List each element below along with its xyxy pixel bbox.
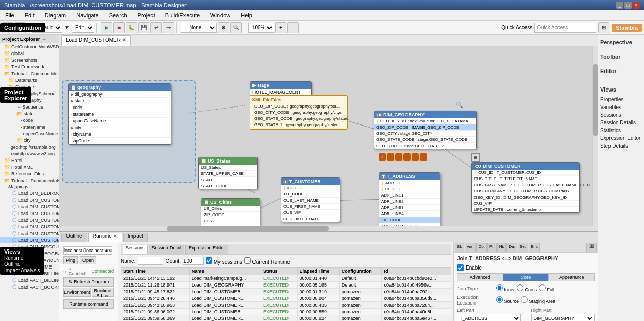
tab-appearance[interactable]: Appearance <box>549 274 594 281</box>
tree-item-load-billing[interactable]: ⬡Load FACT_BILLING <box>0 270 59 277</box>
menu-navigate[interactable]: Navigate <box>73 11 101 20</box>
tree-item-statename[interactable]: ·stateName <box>0 123 59 130</box>
quick-access-input[interactable] <box>534 23 596 33</box>
toolbar-layout[interactable]: ⊞ <box>598 22 609 33</box>
canvas-icon-1[interactable]: ! <box>379 153 386 160</box>
stage-node[interactable]: ▶ stage HOTEL_MANAGEMENT <box>250 81 312 96</box>
left-part-select[interactable]: T_ADDRESS <box>457 314 521 321</box>
canvas-scrollbar-v[interactable] <box>592 46 598 226</box>
tree-item-load-bedroom[interactable]: ⬡Load DIM_BEDROOM <box>0 190 59 197</box>
tab-em[interactable]: Em. <box>529 243 540 252</box>
source-radio-label[interactable]: Source <box>496 296 519 304</box>
tree-item-code[interactable]: ·code <box>0 117 59 123</box>
canvas-icon-5[interactable] <box>412 153 419 160</box>
editor-tab-dimcustomer[interactable]: Load DIM_CUSTOMER ✕ <box>61 35 131 46</box>
menu-window[interactable]: Window <box>207 11 233 20</box>
bottom-tab-impact[interactable]: Impact <box>123 233 148 242</box>
full-radio[interactable] <box>539 284 546 291</box>
session-row-3[interactable]: 2015/01/21 09:42:28.446Load DIM_CUSTOMER… <box>121 295 451 302</box>
geography-node[interactable]: 📋 geography ▶ dil_geography ▶ state · co… <box>68 83 171 145</box>
tree-item-load-cusvip-21[interactable]: ⬡Load DIM_CUSTOMER.CUS_VIP - method 2.1 <box>0 210 59 217</box>
menu-edit[interactable]: Edit <box>22 11 38 20</box>
tab-pr[interactable]: Pr. <box>487 243 497 252</box>
search-icon-canvas[interactable]: 🔍 <box>456 102 463 109</box>
tree-item-sequence[interactable]: ↔Sequence <box>0 103 59 110</box>
refresh-button[interactable]: ↻ Refresh Diagram <box>63 277 114 287</box>
tree-item-load-booking[interactable]: ⬡Load FACT_BOOKING <box>0 283 59 290</box>
tab-expand[interactable]: ⊞ <box>586 243 597 252</box>
canvas-icon-4[interactable] <box>403 153 411 160</box>
inner-radio[interactable] <box>496 284 503 291</box>
tab-st[interactable]: St. <box>455 243 464 252</box>
view-sessions[interactable]: Sessions <box>600 111 642 119</box>
tree-item-load-dimcustomer[interactable]: ⬡Load DIM_CUSTOMER <box>0 237 59 243</box>
tree-item-load-payment[interactable]: ⬡Load DIM_PAYMENT_TYPE <box>0 257 59 263</box>
canvas-scrollbar-h[interactable] <box>59 226 598 231</box>
toolbar-zoom-out[interactable]: - <box>287 22 299 33</box>
session-row-1[interactable]: 2015/01/21 11:26:18.971Load DIM_GEOGRAPH… <box>121 282 451 289</box>
toolbar-zoom-select[interactable]: 100% <box>248 23 274 33</box>
toolbar-zoom-in[interactable]: + <box>275 22 286 33</box>
runtime-server-input[interactable] <box>63 246 112 255</box>
tree-item-uppercasename[interactable]: ·upperCaseName <box>0 130 59 137</box>
tree-item-datamarts[interactable]: 📁Datamarts <box>0 77 59 83</box>
grid-icon-canvas[interactable]: ⊞ <box>471 153 480 162</box>
toolbar-none-select[interactable]: -- None -- <box>181 23 217 33</box>
tree-item-load-cusvip-22[interactable]: ⬡Load DIM_CUSTOMER.CUS_VIP - method 2.2 <box>0 217 59 223</box>
source-radio[interactable] <box>496 296 503 303</box>
tree-item-load-cusvip-4[interactable]: ⬡Load DIM_CUSTOMER.CUS_VIP - method 4 (f… <box>0 230 59 237</box>
tab-co[interactable]: Co. <box>476 243 486 252</box>
tab-core[interactable]: Core <box>503 274 549 281</box>
enable-checkbox[interactable] <box>457 264 464 271</box>
xml-node[interactable]: XML FileFiles GEO_ZIP_CODE : geography:g… <box>250 95 348 130</box>
tree-item-load-discount[interactable]: ⬡Load DIM_DISCOUNT <box>0 243 59 250</box>
runtime-editor-button[interactable]: Runtime Editor <box>92 288 114 297</box>
menu-help[interactable]: Help <box>238 11 256 20</box>
dim-customer-node[interactable]: CU DIM_CUSTOMER ⚷ CUS_ID : T_CUSTOMER.CU… <box>471 162 580 213</box>
maximize-button[interactable]: □ <box>624 2 632 9</box>
session-row-2[interactable]: 2015/01/21 09:45:17.822Load DIM_CUSTOMER… <box>121 289 451 295</box>
view-session-details[interactable]: Session Details <box>600 119 642 127</box>
toolbar-debug[interactable]: 🐛 <box>126 22 137 33</box>
inner-radio-label[interactable]: Inner <box>496 284 515 292</box>
toolbar-redo[interactable]: ↪ <box>163 22 174 33</box>
full-radio-label[interactable]: Full <box>539 284 554 292</box>
tree-item-load-billing-opt[interactable]: ⬡Load FACT_BILLING - optimized (for trai… <box>0 277 59 283</box>
menu-build[interactable]: Build/Execute <box>162 11 203 20</box>
menu-diagram[interactable]: Diagram <box>42 11 70 20</box>
tab-sessions[interactable]: Sessions <box>123 245 148 254</box>
current-runtime-checkbox[interactable] <box>244 257 251 264</box>
right-part-select[interactable]: DIM_GEOGRAPHY <box>531 314 595 321</box>
tree-item-hotel-xml[interactable]: 📁Hotel XML <box>0 164 59 170</box>
ping-button[interactable]: Ping <box>63 256 78 264</box>
tree-item-geocoder[interactable]: 📁Geocoder <box>0 83 59 90</box>
cross-radio[interactable] <box>517 284 523 291</box>
window-controls[interactable]: _ □ × <box>616 2 640 9</box>
close-button[interactable]: × <box>633 2 640 9</box>
toolbar-forward[interactable]: ▷ <box>14 22 26 33</box>
view-step-details[interactable]: Step Details <box>600 142 642 150</box>
tab-advanced[interactable]: Advanced <box>457 274 503 281</box>
session-row-4[interactable]: 2015/01/21 09:42:10.953Load DIM_CUSTOMER… <box>121 302 451 309</box>
toolbar-default-select[interactable]: Default <box>32 23 62 33</box>
us-states-node[interactable]: 📋 US_States US_States STATE_UPPER_CASE S… <box>198 157 258 189</box>
count-input[interactable] <box>183 257 204 265</box>
tree-item-load-geography[interactable]: ⬡Load DIM_GEOGRAPHY <box>0 250 59 257</box>
canvas-area[interactable]: 📋 geography ▶ dil_geography ▶ state · co… <box>59 46 598 231</box>
session-row-6[interactable]: 2015/01/21 09:39:58.369Load DIM_CUSTOMER… <box>121 315 451 322</box>
tree-item-screenshots[interactable]: 📁Screenshots <box>0 57 59 63</box>
tab-expression-editor[interactable]: Expression Editor <box>185 245 228 254</box>
tab-var[interactable]: Var. <box>465 243 476 252</box>
toolbar-stop[interactable]: ■ <box>113 22 125 33</box>
environment-button[interactable]: Environment <box>63 288 91 297</box>
tree-item-xs-uri[interactable]: ·xs=http://www.w3.org... <box>0 150 59 157</box>
open-button[interactable]: Open <box>80 256 96 264</box>
tab-da[interactable]: Da. <box>506 243 517 252</box>
my-sessions-label[interactable]: My sessions <box>206 257 242 265</box>
t-address-node[interactable]: T T_ADDRESS ⚷ ADR_ID ⚷ CUS_ID ADR_LINE1 … <box>379 172 440 231</box>
tree-item-geo-uri[interactable]: ·geo:http://stambia.org <box>0 144 59 150</box>
tree-item-getwsdl[interactable]: 📁GetCustomerWithWSDL <box>0 43 59 50</box>
navigator-label[interactable]: ↔ <box>42 37 46 42</box>
staging-radio[interactable] <box>521 296 528 303</box>
current-runtime-label[interactable]: Current Runtime <box>244 257 290 265</box>
